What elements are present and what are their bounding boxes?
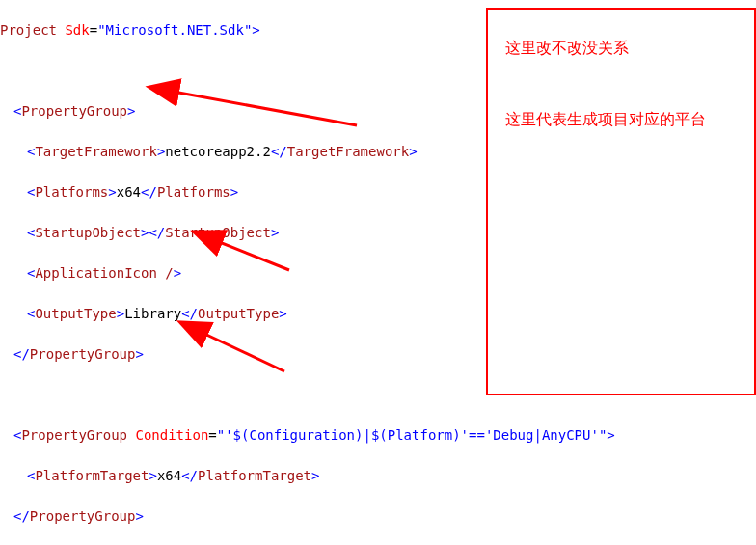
annotation-text: 这里改不改没关系 — [505, 37, 744, 60]
code-line: </PropertyGroup> — [0, 506, 756, 527]
annotation-text: 这里代表生成项目对应的平台 — [505, 108, 744, 131]
code-line: <PlatformTarget>x64</PlatformTarget> — [0, 466, 756, 486]
code-line: <PropertyGroup Condition="'$(Configurati… — [0, 425, 756, 446]
annotation-box: 这里改不改没关系 这里代表生成项目对应的平台 — [486, 8, 756, 395]
